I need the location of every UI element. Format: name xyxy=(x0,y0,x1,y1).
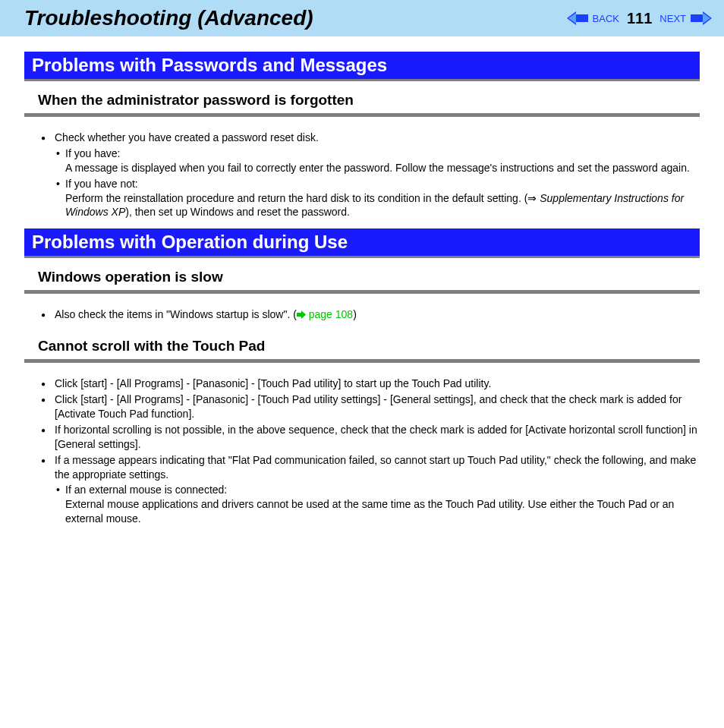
slow-list: Also check the items in "Windows startup… xyxy=(24,307,700,323)
back-button[interactable]: BACK xyxy=(593,13,619,24)
touchpad-list: Click [start] - [All Programs] - [Panaso… xyxy=(24,377,700,526)
password-list: Check whether you have created a passwor… xyxy=(24,131,700,219)
text: External mouse applications and drivers … xyxy=(65,497,700,526)
text: If horizontal scrolling is not possible,… xyxy=(55,424,697,450)
list-item: If horizontal scrolling is not possible,… xyxy=(55,423,700,452)
page-title: Troubleshooting (Advanced) xyxy=(24,6,313,30)
back-arrow-icon[interactable] xyxy=(567,11,588,25)
text: Check whether you have created a passwor… xyxy=(55,131,319,143)
list-item: If an external mouse is connected: Exter… xyxy=(65,483,700,526)
next-button[interactable]: NEXT xyxy=(659,13,686,24)
page-nav: BACK 111 NEXT xyxy=(567,10,712,27)
list-item: If you have not: Perform the reinstallat… xyxy=(65,177,700,220)
divider xyxy=(24,359,700,363)
list-item: If a message appears indicating that "Fl… xyxy=(55,453,700,526)
subsection-windows-slow: Windows operation is slow xyxy=(38,269,700,287)
text: Also check the items in "Windows startup… xyxy=(55,308,297,320)
text: Perform the reinstallation procedure and… xyxy=(65,191,700,220)
list-item: Also check the items in "Windows startup… xyxy=(55,307,700,323)
page-number: 111 xyxy=(627,10,652,27)
subsection-touchpad: Cannot scroll with the Touch Pad xyxy=(38,338,700,356)
text: Click [start] - [All Programs] - [Panaso… xyxy=(55,393,682,420)
list-item: Click [start] - [All Programs] - [Panaso… xyxy=(55,377,700,391)
text: A message is displayed when you fail to … xyxy=(65,161,700,175)
text: If you have not: xyxy=(65,178,138,190)
text: If you have: xyxy=(65,147,120,159)
page-link[interactable]: page 108 xyxy=(306,308,353,320)
subsection-admin-password: When the administrator password is forgo… xyxy=(38,92,700,110)
link-arrow-icon xyxy=(297,308,306,323)
list-item: Click [start] - [All Programs] - [Panaso… xyxy=(55,392,700,421)
text: Click [start] - [All Programs] - [Panaso… xyxy=(55,377,491,389)
text: If an external mouse is connected: xyxy=(65,484,227,496)
divider xyxy=(24,290,700,294)
next-arrow-icon[interactable] xyxy=(691,11,712,25)
section-operation-title: Problems with Operation during Use xyxy=(24,228,700,258)
section-passwords-title: Problems with Passwords and Messages xyxy=(24,52,700,81)
list-item: Check whether you have created a passwor… xyxy=(55,131,700,219)
divider xyxy=(24,113,700,117)
content: Problems with Passwords and Messages Whe… xyxy=(0,36,724,526)
text: If a message appears indicating that "Fl… xyxy=(55,454,696,481)
text: ) xyxy=(353,308,357,320)
svg-marker-4 xyxy=(297,310,306,319)
page-header: Troubleshooting (Advanced) BACK 111 NEXT xyxy=(0,0,724,36)
list-item: If you have: A message is displayed when… xyxy=(65,147,700,175)
